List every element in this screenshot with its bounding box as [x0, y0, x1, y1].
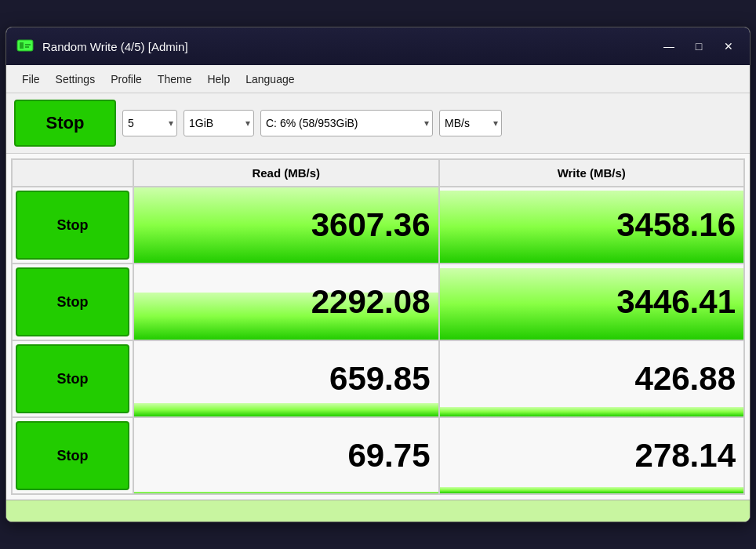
- footer: [6, 500, 750, 522]
- stop-btn-cell: Stop: [12, 417, 133, 494]
- write-value-4: 278.14: [439, 417, 745, 494]
- write-value-2: 3446.41: [439, 264, 745, 340]
- menu-settings[interactable]: Settings: [48, 70, 104, 89]
- table-row: Stop659.85426.88: [12, 340, 744, 417]
- window-title: Random Write (4/5) [Admin]: [42, 40, 657, 53]
- main-stop-button[interactable]: Stop: [14, 100, 116, 147]
- svg-rect-3: [25, 46, 29, 48]
- size-select[interactable]: 512MiB 1GiB 2GiB 4GiB 8GiB: [184, 110, 254, 136]
- read-value-2: 2292.08: [133, 264, 439, 340]
- header-read: Read (MB/s): [133, 159, 439, 187]
- read-value-1: 3607.36: [133, 187, 439, 264]
- header-write: Write (MB/s): [439, 159, 745, 187]
- stop-btn-cell: Stop: [12, 340, 133, 417]
- svg-rect-1: [20, 42, 24, 49]
- menu-profile[interactable]: Profile: [103, 70, 150, 89]
- read-value-4: 69.75: [133, 417, 439, 494]
- table-row: Stop3607.363458.16: [12, 187, 744, 264]
- main-content: Read (MB/s) Write (MB/s) Stop3607.363458…: [6, 154, 750, 500]
- stop-btn-cell: Stop: [12, 187, 133, 264]
- table-row: Stop2292.083446.41: [12, 264, 744, 340]
- stop-button-3[interactable]: Stop: [16, 344, 129, 413]
- menu-bar: File Settings Profile Theme Help Languag…: [6, 65, 750, 93]
- close-button[interactable]: ✕: [717, 37, 740, 56]
- stop-button-2[interactable]: Stop: [16, 267, 129, 336]
- drive-select[interactable]: C: 6% (58/953GiB): [260, 110, 433, 136]
- table-row: Stop69.75278.14: [12, 417, 744, 494]
- menu-file[interactable]: File: [14, 70, 48, 89]
- drive-select-wrapper: C: 6% (58/953GiB): [260, 110, 433, 136]
- menu-language[interactable]: Language: [238, 70, 302, 89]
- header-empty: [12, 159, 133, 187]
- main-window: Random Write (4/5) [Admin] — □ ✕ File Se…: [5, 27, 751, 522]
- unit-select[interactable]: MB/s GB/s IOPS: [439, 110, 502, 136]
- results-table: Read (MB/s) Write (MB/s) Stop3607.363458…: [11, 158, 745, 495]
- num-select-wrapper: 1234 5678: [122, 110, 177, 136]
- title-bar: Random Write (4/5) [Admin] — □ ✕: [6, 27, 750, 65]
- write-value-1: 3458.16: [439, 187, 745, 264]
- stop-button-4[interactable]: Stop: [16, 421, 129, 490]
- maximize-button[interactable]: □: [687, 37, 711, 56]
- size-select-wrapper: 512MiB 1GiB 2GiB 4GiB 8GiB: [184, 110, 254, 136]
- unit-select-wrapper: MB/s GB/s IOPS: [439, 110, 502, 136]
- stop-button-1[interactable]: Stop: [16, 191, 129, 260]
- num-select[interactable]: 1234 5678: [122, 110, 177, 136]
- menu-help[interactable]: Help: [199, 70, 238, 89]
- read-value-3: 659.85: [133, 340, 439, 417]
- minimize-button[interactable]: —: [657, 37, 681, 56]
- stop-btn-cell: Stop: [12, 264, 133, 340]
- toolbar: Stop 1234 5678 512MiB 1GiB 2GiB 4GiB 8Gi…: [6, 93, 750, 154]
- svg-rect-2: [25, 44, 31, 45]
- window-controls: — □ ✕: [657, 37, 740, 56]
- app-icon: [16, 37, 35, 56]
- menu-theme[interactable]: Theme: [150, 70, 200, 89]
- write-value-3: 426.88: [439, 340, 745, 417]
